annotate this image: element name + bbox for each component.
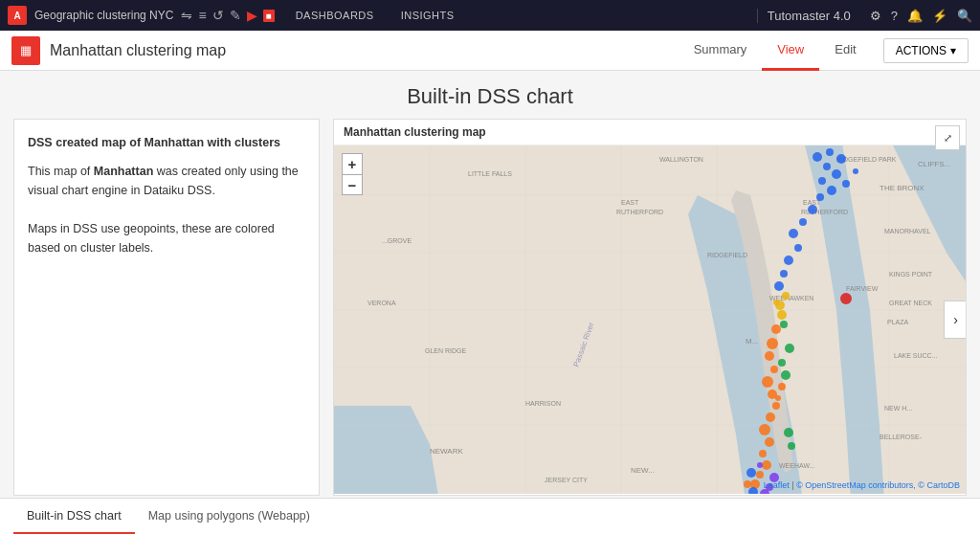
- sub-navbar: ▦ Manhattan clustering map Summary View …: [0, 31, 980, 71]
- desc-title: DSS created map of Manhattan with cluste…: [28, 133, 305, 152]
- svg-point-83: [777, 310, 787, 320]
- flow-icon[interactable]: ⇋: [181, 8, 192, 23]
- svg-point-80: [788, 442, 795, 450]
- map-attribution: Leaflet | © OpenStreetMap contributors, …: [764, 480, 960, 490]
- svg-point-67: [759, 424, 770, 435]
- insights-tab[interactable]: INSIGHTS: [388, 0, 468, 31]
- tab-view[interactable]: View: [762, 31, 819, 71]
- svg-point-91: [744, 480, 751, 488]
- tab-summary[interactable]: Summary: [679, 31, 763, 71]
- tab-edit[interactable]: Edit: [819, 31, 871, 71]
- svg-text:...GROVE: ...GROVE: [382, 237, 412, 244]
- svg-point-70: [762, 460, 771, 470]
- refresh-icon[interactable]: ↺: [212, 8, 224, 23]
- svg-point-75: [781, 370, 791, 380]
- main-content: Built-in DSS chart DSS created map of Ma…: [0, 71, 980, 498]
- svg-point-69: [759, 450, 767, 457]
- svg-text:BELLEROSE-: BELLEROSE-: [880, 434, 923, 440]
- help-icon[interactable]: ?: [891, 9, 898, 23]
- svg-point-79: [784, 428, 793, 437]
- svg-text:LAKE SUCC...: LAKE SUCC...: [894, 352, 938, 359]
- bottom-tabs: Built-in DSS chart Map using polygons (W…: [0, 498, 980, 534]
- svg-text:PLAZA: PLAZA: [887, 319, 909, 325]
- map-header: Manhattan clustering map: [334, 120, 966, 145]
- chart-area: DSS created map of Manhattan with cluste…: [0, 119, 980, 496]
- svg-text:NEWARK: NEWARK: [430, 447, 463, 456]
- svg-point-78: [780, 321, 788, 328]
- desc-text-1: This map of Manhattan was created only u…: [28, 162, 305, 200]
- svg-point-89: [757, 462, 763, 468]
- svg-point-48: [827, 186, 836, 195]
- svg-text:CLIFFS...: CLIFFS...: [918, 160, 950, 168]
- svg-point-61: [765, 351, 774, 361]
- svg-point-55: [794, 244, 802, 252]
- stop-icon[interactable]: ■: [263, 10, 275, 22]
- expand-button[interactable]: ⤢: [935, 125, 960, 150]
- map-zoom-controls: + −: [342, 153, 363, 195]
- tutomaster-label: Tutomaster 4.0: [757, 9, 860, 23]
- svg-text:WEEHAW...: WEEHAW...: [779, 462, 815, 469]
- run-icon[interactable]: ▶: [247, 8, 257, 23]
- actions-button[interactable]: ACTIONS ▾: [883, 38, 969, 63]
- top-nav-right: Tutomaster 4.0 ⚙ ? 🔔 ⚡ 🔍: [757, 9, 972, 23]
- list-icon[interactable]: ≡: [198, 8, 206, 23]
- svg-point-84: [773, 300, 779, 305]
- svg-point-73: [778, 383, 786, 390]
- bottom-tab-builtin[interactable]: Built-in DSS chart: [13, 500, 135, 534]
- svg-point-85: [840, 293, 852, 304]
- svg-text:WALLINGTON: WALLINGTON: [659, 156, 703, 163]
- svg-point-59: [771, 324, 781, 334]
- svg-point-44: [836, 154, 846, 164]
- svg-point-49: [816, 193, 824, 201]
- svg-text:RIDGEFIELD: RIDGEFIELD: [707, 252, 747, 258]
- svg-text:RUTHERFORD: RUTHERFORD: [616, 209, 663, 215]
- chevron-down-icon: ▾: [950, 44, 956, 57]
- flash-icon[interactable]: ⚡: [932, 9, 947, 23]
- dashboards-tab[interactable]: DASHBOARDS: [282, 0, 388, 31]
- zoom-out-button[interactable]: −: [342, 174, 363, 195]
- svg-point-56: [784, 256, 793, 265]
- sub-nav-tabs: Summary View Edit ACTIONS ▾: [679, 31, 969, 71]
- svg-point-45: [823, 163, 831, 170]
- svg-point-58: [774, 281, 784, 291]
- top-navbar: A Geographic clustering NYC ⇋ ≡ ↺ ✎ ▶ ■ …: [0, 0, 980, 31]
- cartodb-link[interactable]: © CartoDB: [918, 480, 960, 490]
- notifications-icon[interactable]: 🔔: [907, 9, 923, 23]
- svg-point-53: [799, 218, 807, 226]
- svg-text:EAST: EAST: [621, 199, 639, 206]
- svg-point-77: [785, 344, 794, 353]
- leaflet-link[interactable]: Leaflet: [764, 480, 790, 490]
- svg-text:THE BRONX: THE BRONX: [880, 184, 924, 192]
- svg-text:VERONA: VERONA: [368, 300, 396, 306]
- svg-point-50: [842, 180, 850, 188]
- settings-icon[interactable]: ⚙: [870, 9, 881, 23]
- desc-bold: Manhattan: [94, 165, 154, 178]
- svg-point-65: [772, 402, 780, 410]
- chart-description-panel: DSS created map of Manhattan with cluste…: [13, 119, 320, 496]
- search-icon[interactable]: 🔍: [957, 9, 972, 23]
- svg-text:GLEN RIDGE: GLEN RIDGE: [425, 347, 467, 354]
- svg-point-71: [756, 471, 764, 478]
- map-nav-arrow[interactable]: ›: [944, 300, 966, 339]
- svg-point-66: [766, 412, 775, 422]
- svg-point-62: [770, 366, 778, 373]
- bottom-tab-webapp[interactable]: Map using polygons (Webapp): [135, 500, 323, 534]
- dashboard-icon: ▦: [11, 36, 40, 65]
- page-title: Manhattan clustering map: [50, 42, 226, 59]
- map-body: THE BRONX MANORHAVEL KINGS POINT GREAT N…: [334, 145, 966, 494]
- svg-point-46: [832, 169, 841, 179]
- svg-point-54: [789, 229, 798, 238]
- svg-text:FAIRVIEW: FAIRVIEW: [846, 285, 879, 292]
- svg-point-74: [775, 395, 781, 401]
- edit-icon[interactable]: ✎: [230, 8, 241, 23]
- app-logo: A: [8, 6, 27, 25]
- svg-point-92: [746, 468, 756, 478]
- svg-point-42: [813, 152, 822, 162]
- svg-point-60: [767, 338, 778, 349]
- svg-text:NEW...: NEW...: [631, 466, 655, 475]
- project-title: Geographic clustering NYC: [34, 9, 173, 22]
- osm-link[interactable]: © OpenStreetMap contributors,: [796, 480, 916, 490]
- svg-point-68: [765, 437, 774, 447]
- desc-text-2: Maps in DSS use geopoints, these are col…: [28, 219, 305, 257]
- zoom-in-button[interactable]: +: [342, 153, 363, 174]
